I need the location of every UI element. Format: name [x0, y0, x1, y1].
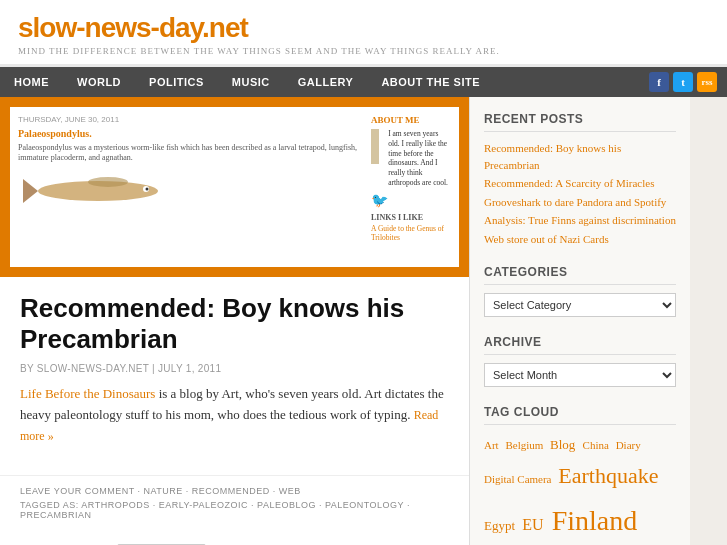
- tag-cloud-section: TAG CLOUD Art Belgium Blog China Diary D…: [484, 405, 676, 545]
- site-title[interactable]: slow-news-day.net: [18, 12, 709, 44]
- article-intro-link[interactable]: Life Before the Dinosaurs: [20, 386, 155, 401]
- content-area: THURSDAY, JUNE 30, 2011 Palaeospondylus.…: [0, 97, 470, 545]
- nav-bar: HOMEWORLDPOLITICSMUSICGALLERYABOUT THE S…: [0, 67, 727, 97]
- recent-posts-title: RECENT POSTS: [484, 112, 676, 132]
- site-tagline: MIND THE DIFFERENCE BETWEEN THE WAY THIN…: [18, 46, 709, 56]
- archive-title: ARCHIVE: [484, 335, 676, 355]
- tag-item[interactable]: Egypt: [484, 518, 518, 533]
- article-intro: Life Before the Dinosaurs is a blog by A…: [20, 384, 449, 446]
- twitter-icon[interactable]: t: [673, 72, 693, 92]
- tagged-as: TAGGED AS: ARTHROPODS · EARLY-PALEOZOIC …: [20, 500, 449, 520]
- tag-item[interactable]: Art: [484, 439, 501, 451]
- article: Recommended: Boy knows his Precambrian B…: [0, 277, 469, 475]
- recent-post-item[interactable]: Recommended: Boy knows his Precambrian: [484, 140, 676, 173]
- nav-item-music[interactable]: MUSIC: [218, 67, 284, 97]
- tag-item[interactable]: Belgium: [505, 439, 546, 451]
- tag-item[interactable]: China: [583, 439, 612, 451]
- svg-point-3: [146, 187, 149, 190]
- tag-item[interactable]: Diary: [616, 439, 641, 451]
- preview-date: THURSDAY, JUNE 30, 2011: [18, 115, 363, 124]
- article-meta: BY SLOW-NEWS-DAY.NET | JULY 1, 2011: [20, 363, 449, 374]
- nav-links: HOMEWORLDPOLITICSMUSICGALLERYABOUT THE S…: [0, 67, 639, 97]
- categories-section: CATEGORIES Select Category: [484, 265, 676, 317]
- archive-select[interactable]: Select Month: [484, 363, 676, 387]
- tag-item[interactable]: Digital Camera: [484, 473, 554, 485]
- nav-social-icons: f t rss: [639, 72, 727, 92]
- preview-links-label: LINKS I LIKE: [371, 213, 451, 222]
- archive-section: ARCHIVE Select Month: [484, 335, 676, 387]
- article-title[interactable]: Recommended: Boy knows his Precambrian: [20, 293, 449, 355]
- tag-cloud-title: TAG CLOUD: [484, 405, 676, 425]
- tag-item[interactable]: Finland: [552, 505, 638, 536]
- preview-twitter-icon: 🐦: [371, 192, 451, 209]
- preview-post-text: Palaeospondylus was a mysterious worm-li…: [18, 143, 363, 164]
- preview-about-label: ABOUT ME: [371, 115, 451, 125]
- leave-comment: LEAVE YOUR COMMENT · NATURE · RECOMMENDE…: [20, 486, 449, 496]
- recent-post-item[interactable]: Analysis: True Finns against discriminat…: [484, 212, 676, 229]
- svg-marker-1: [23, 179, 38, 203]
- preview-art-text: I am seven years old. I really like the …: [388, 129, 451, 188]
- article-footer: LEAVE YOUR COMMENT · NATURE · RECOMMENDE…: [0, 475, 469, 538]
- preview-left: THURSDAY, JUNE 30, 2011 Palaeospondylus.…: [18, 115, 363, 259]
- preview-right: ABOUT ME I am seven years old. I really …: [371, 115, 451, 259]
- preview-fish: [18, 169, 363, 219]
- site-header: slow-news-day.net MIND THE DIFFERENCE BE…: [0, 0, 727, 67]
- categories-select[interactable]: Select Category: [484, 293, 676, 317]
- nav-item-home[interactable]: HOME: [0, 67, 63, 97]
- social-buttons: 🐦 Tweet 2 Share / Save ▼: [0, 538, 469, 545]
- preview-post-title: Palaeospondylus.: [18, 128, 363, 139]
- sidebar: RECENT POSTS Recommended: Boy knows his …: [470, 97, 690, 545]
- svg-point-4: [88, 177, 128, 187]
- nav-item-about-the-site[interactable]: ABOUT THE SITE: [367, 67, 494, 97]
- nav-item-world[interactable]: WORLD: [63, 67, 135, 97]
- preview-link-text: A Guide to the Genus of Trilobites: [371, 224, 451, 242]
- recent-post-item[interactable]: Grooveshark to dare Pandora and Spotify: [484, 194, 676, 211]
- tag-item[interactable]: Earthquake: [558, 463, 658, 488]
- blog-preview-image: THURSDAY, JUNE 30, 2011 Palaeospondylus.…: [0, 97, 469, 277]
- facebook-icon[interactable]: f: [649, 72, 669, 92]
- tag-item[interactable]: Blog: [550, 437, 579, 452]
- recent-posts-list: Recommended: Boy knows his PrecambrianRe…: [484, 140, 676, 247]
- tag-item[interactable]: EU: [522, 516, 547, 533]
- preview-art-image: [371, 129, 379, 164]
- rss-icon[interactable]: rss: [697, 72, 717, 92]
- nav-item-gallery[interactable]: GALLERY: [284, 67, 368, 97]
- categories-title: CATEGORIES: [484, 265, 676, 285]
- tag-cloud: Art Belgium Blog China Diary Digital Cam…: [484, 433, 676, 545]
- nav-item-politics[interactable]: POLITICS: [135, 67, 218, 97]
- recent-post-item[interactable]: Web store out of Nazi Cards: [484, 231, 676, 248]
- blog-preview-inner: THURSDAY, JUNE 30, 2011 Palaeospondylus.…: [10, 107, 459, 267]
- main-content: THURSDAY, JUNE 30, 2011 Palaeospondylus.…: [0, 97, 727, 545]
- recent-post-item[interactable]: Recommended: A Scarcity of Miracles: [484, 175, 676, 192]
- recent-posts-section: RECENT POSTS Recommended: Boy knows his …: [484, 112, 676, 247]
